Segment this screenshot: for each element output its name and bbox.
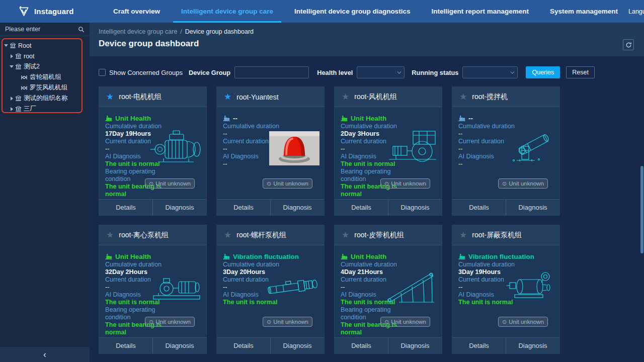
main-tabs: Craft overviewIntelligent device group c…: [103, 0, 628, 23]
details-button[interactable]: Details: [335, 338, 388, 353]
card-title: root-屏蔽泵机组: [472, 231, 522, 240]
details-button[interactable]: Details: [217, 200, 270, 215]
tree-item-0[interactable]: Root: [0, 40, 90, 51]
tab-intelligent-report-management[interactable]: Intelligent report management: [421, 0, 539, 23]
unit-status-row: Vibration fluctuation: [458, 253, 535, 261]
machine-image: [384, 128, 440, 168]
favorite-star-icon[interactable]: ★: [106, 93, 114, 101]
tree-item-label: 测试2: [24, 62, 40, 71]
unit-status-row: Unit Health: [341, 253, 417, 261]
running-status-select[interactable]: [462, 66, 518, 78]
favorite-star-icon[interactable]: ★: [342, 231, 349, 239]
tree-item-2[interactable]: 测试2: [0, 61, 90, 72]
diagnosis-button[interactable]: Diagnosis: [152, 200, 206, 215]
favorite-star-icon[interactable]: ★: [459, 231, 467, 239]
card-header[interactable]: ★ root-风机机组: [335, 87, 442, 107]
language-label: Language: [628, 8, 644, 15]
sidebar-search-input[interactable]: Please enter: [0, 23, 90, 36]
card-header[interactable]: ★ root-搅拌机: [452, 87, 559, 107]
unit-status-text: --: [233, 115, 237, 123]
chevron-down-icon: [511, 69, 515, 73]
health-level-select[interactable]: [357, 66, 405, 78]
card-body: Vibration fluctuation Cumulative duratio…: [217, 245, 324, 337]
queries-button[interactable]: Queries: [526, 66, 560, 78]
diagnosis-button[interactable]: Diagnosis: [388, 200, 442, 215]
tree-item-5[interactable]: 测试的组织名称: [0, 93, 90, 104]
details-button[interactable]: Details: [99, 338, 152, 353]
details-button[interactable]: Details: [217, 338, 270, 353]
device-group-card-0: ★ root-电机机组 Unit Health Cumulative durat…: [99, 86, 207, 216]
card-body: Unit Health Cumulative duration 32Day 2H…: [99, 245, 206, 337]
reset-button[interactable]: Reset: [566, 66, 595, 78]
unit-unknown-badge-text: Unit unknown: [273, 319, 308, 325]
card-title: root-风机机组: [354, 93, 397, 102]
favorite-star-icon[interactable]: ★: [224, 93, 231, 101]
diagnosis-button[interactable]: Diagnosis: [506, 338, 559, 353]
unit-unknown-badge-text: Unit unknown: [391, 180, 426, 187]
tab-intelligent-device-group-diagnostics[interactable]: Intelligent device group diagnostics: [284, 0, 421, 23]
unit-status-text: Unit Health: [115, 253, 151, 261]
card-header[interactable]: ★ root-螺杆泵机组: [217, 225, 324, 245]
badge-dot-icon: ⊙: [502, 319, 507, 325]
brand: Instaguard: [0, 6, 90, 17]
machine-image: [148, 266, 205, 307]
unit-status-row: Unit Health: [341, 115, 417, 123]
refresh-button[interactable]: [623, 39, 634, 50]
unit-status-icon: [223, 115, 230, 122]
card-title: root-皮带机机组: [354, 231, 404, 240]
card-title: root-Yuantest: [236, 93, 278, 101]
tree-item-label: 罗茨风机机组: [30, 83, 67, 92]
brand-name: Instaguard: [34, 7, 74, 16]
caret-right-icon[interactable]: [9, 54, 14, 58]
favorite-star-icon[interactable]: ★: [224, 231, 231, 239]
favorite-star-icon[interactable]: ★: [342, 93, 349, 101]
card-footer: Details Diagnosis: [452, 337, 559, 353]
caret-right-icon[interactable]: [9, 107, 14, 111]
favorite-star-icon[interactable]: ★: [459, 93, 467, 101]
show-concerned-groups-label[interactable]: Show Concerned Groups: [109, 69, 183, 76]
details-button[interactable]: Details: [99, 200, 152, 215]
caret-right-icon[interactable]: [9, 97, 14, 101]
diagnosis-button[interactable]: Diagnosis: [388, 338, 442, 353]
card-header[interactable]: ★ root-Yuantest: [217, 87, 324, 107]
diagnosis-button[interactable]: Diagnosis: [152, 338, 206, 353]
diagnosis-button[interactable]: Diagnosis: [270, 200, 324, 215]
tree-item-3[interactable]: 齿轮箱机组: [0, 72, 90, 82]
badge-dot-icon: ⊙: [384, 319, 389, 325]
unit-status-icon: [105, 115, 112, 122]
vertical-scrollbar[interactable]: [640, 166, 643, 253]
sidebar-collapse-button[interactable]: ‹: [0, 347, 90, 362]
tab-craft-overview[interactable]: Craft overview: [103, 0, 171, 23]
diagnosis-button[interactable]: Diagnosis: [270, 338, 324, 353]
unit-status-text: Vibration fluctuation: [233, 253, 299, 261]
badge-dot-icon: ⊙: [267, 181, 271, 187]
card-header[interactable]: ★ root-屏蔽泵机组: [452, 225, 559, 245]
show-concerned-groups-checkbox[interactable]: [99, 69, 106, 76]
app-window: Instaguard Craft overviewIntelligent dev…: [0, 0, 644, 362]
tree-item-6[interactable]: 三厂: [0, 104, 90, 114]
card-header[interactable]: ★ root-离心泵机组: [99, 225, 206, 245]
main-content: Intelligent device group care/Device gro…: [90, 23, 644, 362]
device-group-input[interactable]: [234, 66, 309, 78]
collapse-chevron-icon: ‹: [43, 349, 46, 360]
details-button[interactable]: Details: [335, 200, 388, 215]
caret-down-icon[interactable]: [4, 44, 9, 47]
unit-status-icon: [341, 253, 348, 260]
caret-down-icon[interactable]: [9, 65, 14, 68]
tab-system-management[interactable]: System management: [539, 0, 628, 23]
card-header[interactable]: ★ root-电机机组: [99, 87, 206, 107]
breadcrumb-parent[interactable]: Intelligent device group care: [99, 28, 177, 35]
diagnosis-button[interactable]: Diagnosis: [506, 200, 559, 215]
favorite-star-icon[interactable]: ★: [106, 231, 114, 239]
tree-item-1[interactable]: root: [0, 51, 90, 61]
details-button[interactable]: Details: [452, 200, 506, 215]
tree-item-4[interactable]: 罗茨风机机组: [0, 82, 90, 93]
details-button[interactable]: Details: [452, 338, 506, 353]
tab-intelligent-device-group-care[interactable]: Intelligent device group care: [171, 0, 284, 23]
filter-bar: Show Concerned Groups Device Group Healt…: [99, 66, 644, 78]
unit-unknown-badge-text: Unit unknown: [509, 180, 544, 187]
card-footer: Details Diagnosis: [99, 337, 206, 353]
card-header[interactable]: ★ root-皮带机机组: [335, 225, 442, 245]
search-icon[interactable]: [78, 26, 85, 33]
machine-image: [266, 128, 323, 168]
